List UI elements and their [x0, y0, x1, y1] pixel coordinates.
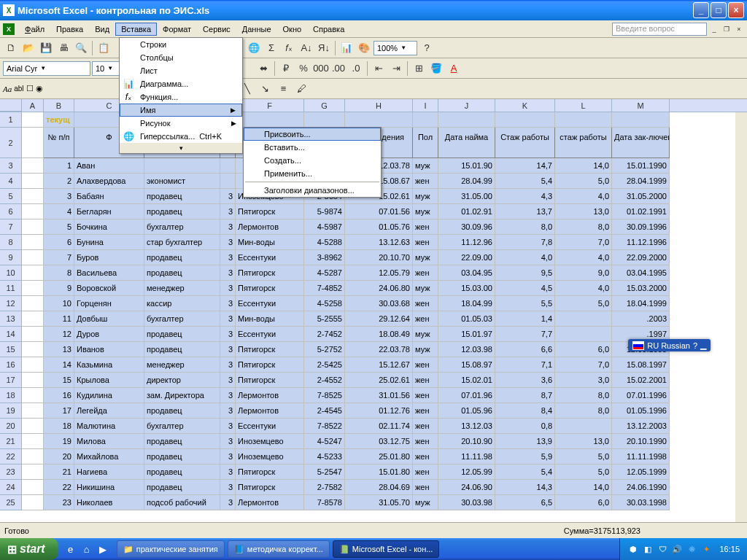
cell[interactable]: Пятигорск	[236, 373, 304, 388]
cell[interactable]	[22, 342, 44, 357]
cell[interactable]: 12	[44, 327, 74, 342]
cell[interactable]: 25.01.80	[345, 449, 413, 464]
cell[interactable]	[22, 480, 44, 495]
cell[interactable]: Пятигорск	[236, 464, 304, 480]
cell[interactable]	[612, 112, 670, 128]
cell[interactable]: 3	[44, 189, 74, 204]
cell[interactable]: 3	[220, 449, 236, 464]
row-header[interactable]: 9	[0, 250, 22, 265]
col-header[interactable]: J	[438, 99, 495, 112]
hyperlink-icon[interactable]: 🌐	[246, 40, 262, 56]
row-header[interactable]: 12	[0, 296, 22, 311]
fx-icon[interactable]: fₓ	[281, 40, 297, 56]
col-header[interactable]: M	[612, 99, 670, 112]
cell[interactable]: Воровской	[74, 281, 144, 296]
cell[interactable]: текущ	[44, 112, 74, 128]
cell[interactable]: 18.04.99	[438, 296, 495, 311]
col-header[interactable]: L	[555, 99, 612, 112]
cell[interactable]: жен	[413, 265, 438, 281]
cell[interactable]: 7	[44, 250, 74, 265]
cell[interactable]: 29.12.64	[345, 311, 413, 327]
cell[interactable]: 4,0	[495, 250, 555, 265]
indent-inc-icon[interactable]: ⇥	[388, 61, 404, 77]
cell[interactable]: 01.05.96	[438, 403, 495, 419]
cell[interactable]: жен	[413, 480, 438, 495]
cell[interactable]: Казьмина	[74, 357, 144, 373]
cell[interactable]	[22, 464, 44, 480]
cell[interactable]	[22, 189, 44, 204]
col-header[interactable]: K	[495, 99, 555, 112]
cell[interactable]: Пятигорск	[236, 281, 304, 296]
cell[interactable]: муж	[413, 204, 438, 219]
row-header[interactable]: 19	[0, 403, 22, 419]
cell[interactable]: Ессентуки	[236, 327, 304, 342]
cell[interactable]: Бочкина	[74, 219, 144, 235]
col-header[interactable]: I	[413, 99, 438, 112]
row-header[interactable]: 3	[0, 158, 22, 174]
cell[interactable]: Пятигорск	[236, 357, 304, 373]
cell[interactable]: 13	[44, 342, 74, 357]
cell[interactable]: Крылова	[74, 373, 144, 388]
cell[interactable]: 4	[44, 204, 74, 219]
cell[interactable]: 3	[220, 480, 236, 495]
cell[interactable]: 4-5287	[304, 265, 345, 281]
cell[interactable]: Иноземцево	[236, 434, 304, 449]
cell[interactable]: Пятигорск	[236, 342, 304, 357]
mdi-close[interactable]: ×	[734, 24, 744, 34]
cell[interactable]: 2-7582	[304, 480, 345, 495]
cell[interactable]: Ессентуки	[236, 419, 304, 434]
cell[interactable]: муж	[413, 250, 438, 265]
cell[interactable]: 3	[220, 235, 236, 250]
menu-tools[interactable]: Сервис	[197, 23, 236, 36]
name-define[interactable]: Присвоить...	[244, 128, 381, 141]
cell[interactable]	[22, 495, 44, 510]
name-create[interactable]: Создать...	[244, 154, 381, 167]
cell[interactable]: 3	[220, 311, 236, 327]
cell[interactable]: 30.09.96	[438, 219, 495, 235]
cell[interactable]	[22, 403, 44, 419]
cell[interactable]: жен	[413, 449, 438, 464]
col-header[interactable]: F	[236, 99, 304, 112]
cell[interactable]: 14,3	[495, 480, 555, 495]
cell[interactable]: жен	[413, 388, 438, 403]
menu-file[interactable]: Файл	[19, 23, 50, 36]
row-header[interactable]: 5	[0, 189, 22, 204]
cell[interactable]: 7,7	[495, 327, 555, 342]
cell[interactable]: 5	[44, 219, 74, 235]
cell[interactable]: 5,0	[555, 174, 612, 189]
cell[interactable]	[22, 250, 44, 265]
desktop-icon[interactable]: ⌂	[80, 542, 93, 556]
insert-hyperlink[interactable]: 🌐Гиперссылка...Ctrl+K	[120, 130, 242, 143]
cell[interactable]: продавец	[144, 434, 220, 449]
cell[interactable]: жен	[413, 403, 438, 419]
cell[interactable]: Васильева	[74, 265, 144, 281]
cell[interactable]: 3	[220, 495, 236, 510]
name-labels[interactable]: Заголовки диапазонов...	[244, 184, 381, 197]
borders-icon[interactable]: ⊞	[411, 61, 427, 77]
dec-dec-icon[interactable]: .0	[348, 61, 364, 77]
cell[interactable]: бухгалтер	[144, 219, 220, 235]
cell[interactable]: 6,0	[555, 342, 612, 357]
app-icon[interactable]: X	[3, 23, 15, 35]
cell[interactable]: жен	[413, 174, 438, 189]
col-header[interactable]: A	[22, 99, 44, 112]
cell[interactable]: 7,8	[495, 235, 555, 250]
cell[interactable]: 4,0	[555, 250, 612, 265]
cell[interactable]: 5,4	[495, 174, 555, 189]
cell[interactable]: муж	[413, 495, 438, 510]
cell[interactable]: 15.01.97	[438, 327, 495, 342]
cell[interactable]	[220, 158, 236, 174]
cell[interactable]: 8,0	[495, 219, 555, 235]
row-header[interactable]: 17	[0, 373, 22, 388]
cell[interactable]: муж	[413, 327, 438, 342]
cell[interactable]: 20.10.90	[438, 434, 495, 449]
row-header[interactable]: 20	[0, 419, 22, 434]
cell[interactable]: 17	[44, 403, 74, 419]
cell[interactable]: 8,4	[495, 403, 555, 419]
cell[interactable]: 13.12.03	[438, 419, 495, 434]
cell[interactable]: жен	[413, 235, 438, 250]
name-paste[interactable]: Вставить...	[244, 141, 381, 154]
mdi-restore[interactable]: ❐	[721, 24, 732, 34]
cell[interactable]: 4,3	[495, 189, 555, 204]
cell[interactable]	[22, 112, 44, 128]
